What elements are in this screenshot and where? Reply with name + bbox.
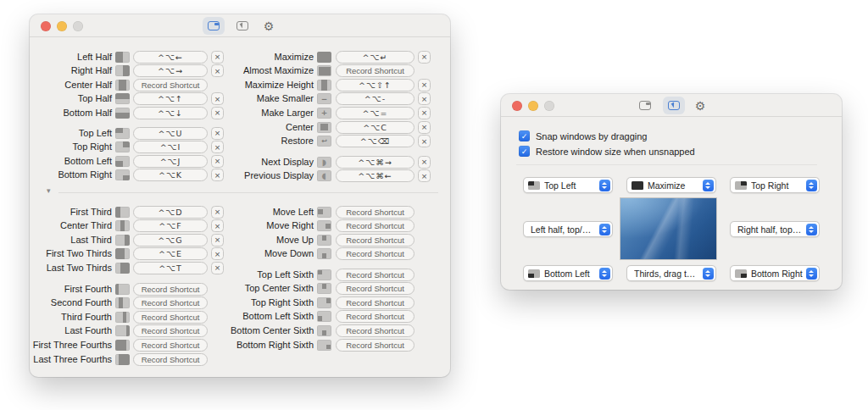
shortcut-row: Move UpRecord Shortcut <box>30 233 450 247</box>
bottom-left-icon <box>528 269 540 278</box>
top-center-sixth-icon <box>317 283 331 294</box>
record-shortcut-button[interactable]: Record Shortcut <box>336 234 415 247</box>
shortcut-row: Make Larger^⌥=× <box>30 106 450 120</box>
record-shortcut-button[interactable]: Record Shortcut <box>336 324 415 337</box>
shortcut-field[interactable]: ^⌥⌫ <box>336 135 415 147</box>
snap-bottom-edge-dropdown[interactable]: Thirds, drag toward c... <box>626 265 716 281</box>
make-larger-icon <box>317 108 331 119</box>
shortcut-action-label: Restore <box>231 136 314 146</box>
window-cursor-icon <box>668 101 680 110</box>
snap-bottom-left-dropdown[interactable]: Bottom Left <box>523 265 613 281</box>
shortcut-row: Next Display^⌥⌘→× <box>30 155 450 169</box>
snap-top-left-dropdown[interactable]: Top Left <box>523 177 613 193</box>
dropdown-value: Bottom Left <box>544 269 596 279</box>
maximize-icon <box>317 52 331 63</box>
shortcut-field[interactable]: ^⌥= <box>336 107 415 119</box>
snap-bottom-right-dropdown[interactable]: Bottom Right <box>730 265 820 281</box>
clear-shortcut-button[interactable]: × <box>418 51 431 64</box>
record-shortcut-button[interactable]: Record Shortcut <box>336 310 415 323</box>
shortcut-field[interactable]: ^⌥⌘→ <box>336 156 415 169</box>
bottom-left-sixth-icon <box>317 311 331 322</box>
clear-shortcut-button[interactable]: × <box>418 156 431 169</box>
shortcut-row: Move DownRecord Shortcut <box>30 247 450 261</box>
record-shortcut-button[interactable]: Record Shortcut <box>336 296 415 309</box>
shortcut-field[interactable]: ^⌥↵ <box>336 51 415 64</box>
shortcut-field[interactable]: ^⌥C <box>336 121 415 134</box>
shortcut-action-label: Move Down <box>231 248 314 258</box>
shortcut-action-label: Move Right <box>231 220 314 230</box>
bottom-center-sixth-icon <box>317 325 331 336</box>
shortcut-action-label: Maximize Height <box>231 80 314 90</box>
dropdown-value: Right half, top/bottom... <box>737 224 803 235</box>
record-shortcut-button[interactable]: Record Shortcut <box>336 219 415 232</box>
minimize-button[interactable] <box>528 101 538 111</box>
shortcut-row: Bottom Center SixthRecord Shortcut <box>30 324 450 338</box>
checkbox-snap-windows[interactable] <box>519 130 530 141</box>
shortcut-row: Last Three FourthsRecord Shortcut <box>30 352 450 367</box>
record-shortcut-button[interactable]: Record Shortcut <box>336 269 415 281</box>
record-shortcut-button[interactable]: Record Shortcut <box>336 64 415 77</box>
record-shortcut-button[interactable]: Record Shortcut <box>336 339 415 352</box>
shortcut-field[interactable]: ^⌥⌘← <box>336 169 415 182</box>
prev-display-icon <box>317 170 331 181</box>
snap-areas-window: Snap windows by dragging Restore window … <box>501 94 842 290</box>
shortcut-row: Move RightRecord Shortcut <box>30 219 450 233</box>
shortcut-row: Top Right SixthRecord Shortcut <box>30 296 450 310</box>
shortcut-action-label: Center <box>231 122 314 132</box>
shortcut-row: Maximize Height^⌥⇧↑× <box>30 78 450 92</box>
title-bar[interactable] <box>501 94 842 117</box>
shortcut-row: Previous Display^⌥⌘←× <box>30 169 450 183</box>
snap-top-right-dropdown[interactable]: Top Right <box>730 177 820 193</box>
clear-shortcut-button[interactable]: × <box>418 107 431 119</box>
checkbox-restore-size[interactable] <box>519 146 530 157</box>
window-shortcut-icon <box>639 101 651 110</box>
shortcut-action-label: Top Left Sixth <box>231 269 314 280</box>
shortcut-action-label: Next Display <box>231 157 314 167</box>
dropdown-value: Thirds, drag toward c... <box>634 269 699 279</box>
collapse-triangle-icon[interactable] <box>47 187 51 195</box>
shortcut-action-label: Move Up <box>231 235 314 245</box>
clear-shortcut-button[interactable]: × <box>418 135 431 147</box>
checkbox-label: Restore window size when unsnapped <box>536 147 695 157</box>
clear-shortcut-button[interactable]: × <box>418 92 431 105</box>
shortcut-action-label: Make Larger <box>231 108 314 118</box>
clear-shortcut-button[interactable]: × <box>418 169 431 182</box>
shortcut-action-label: Move Left <box>231 207 314 217</box>
gear-icon[interactable] <box>692 97 709 114</box>
shortcut-action-label: Bottom Right Sixth <box>231 340 314 350</box>
dropdown-value: Bottom Right <box>751 269 803 279</box>
top-right-sixth-icon <box>317 297 331 308</box>
record-shortcut-button[interactable]: Record Shortcut <box>336 282 415 295</box>
move-up-icon <box>317 235 331 246</box>
snap-right-edge-dropdown[interactable]: Right half, top/bottom... <box>730 221 820 237</box>
stepper-icon <box>599 224 610 235</box>
toolbar <box>634 97 709 114</box>
clear-shortcut-button[interactable]: × <box>418 79 431 91</box>
record-shortcut-button[interactable]: Record Shortcut <box>336 206 415 219</box>
snap-top-center-dropdown[interactable]: Maximize <box>626 177 716 193</box>
tab-snap-areas[interactable] <box>663 97 685 114</box>
shortcut-row: Top Center SixthRecord Shortcut <box>30 281 450 296</box>
shortcut-field[interactable]: ^⌥⇧↑ <box>336 79 415 91</box>
tab-shortcuts[interactable] <box>634 97 656 114</box>
shortcut-field[interactable]: ^⌥- <box>336 92 415 105</box>
clear-shortcut-button[interactable]: × <box>418 121 431 134</box>
shortcut-action-label: Previous Display <box>231 170 314 180</box>
maximize-icon <box>632 181 643 190</box>
almost-maximize-icon <box>317 65 331 76</box>
record-shortcut-button[interactable]: Record Shortcut <box>336 247 415 260</box>
snap-left-edge-dropdown[interactable]: Left half, top/bottom... <box>523 221 613 237</box>
shortcut-row: Maximize^⌥↵× <box>30 50 450 64</box>
stepper-icon <box>806 180 817 191</box>
last-three-fourths-icon <box>115 354 130 365</box>
shortcut-action-label: Last Three Fourths <box>31 354 112 364</box>
record-shortcut-button[interactable]: Record Shortcut <box>133 353 208 366</box>
stepper-icon <box>599 268 610 280</box>
close-button[interactable] <box>512 101 522 111</box>
shortcut-action-label: Top Center Sixth <box>231 283 314 293</box>
shortcut-row: Center^⌥C× <box>30 120 450 135</box>
shortcut-row: Bottom Right SixthRecord Shortcut <box>30 338 450 352</box>
stepper-icon <box>703 268 714 280</box>
zoom-button <box>544 101 554 111</box>
bottom-right-icon <box>735 269 747 278</box>
